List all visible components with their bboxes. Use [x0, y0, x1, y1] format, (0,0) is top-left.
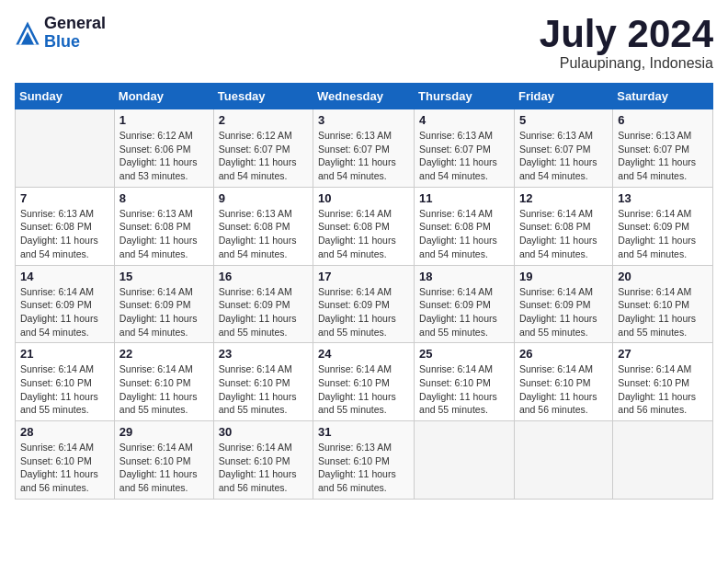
logo: General Blue	[15, 15, 106, 52]
header-row: SundayMondayTuesdayWednesdayThursdayFrid…	[16, 84, 713, 109]
header-day-saturday: Saturday	[613, 84, 713, 109]
calendar-cell: 23Sunrise: 6:14 AMSunset: 6:10 PMDayligh…	[213, 343, 313, 421]
day-number: 12	[519, 191, 608, 205]
day-number: 2	[219, 113, 308, 127]
calendar-cell: 10Sunrise: 6:14 AMSunset: 6:08 PMDayligh…	[313, 187, 415, 265]
cell-info: Sunrise: 6:14 AMSunset: 6:08 PMDaylight:…	[519, 207, 608, 261]
calendar-cell: 27Sunrise: 6:14 AMSunset: 6:10 PMDayligh…	[613, 343, 713, 421]
cell-info: Sunrise: 6:14 AMSunset: 6:10 PMDaylight:…	[618, 362, 708, 417]
day-number: 11	[419, 191, 509, 205]
cell-info: Sunrise: 6:13 AMSunset: 6:07 PMDaylight:…	[318, 129, 409, 183]
calendar-cell: 2Sunrise: 6:12 AMSunset: 6:07 PMDaylight…	[213, 109, 313, 188]
calendar-cell: 15Sunrise: 6:14 AMSunset: 6:09 PMDayligh…	[114, 265, 213, 343]
day-number: 1	[119, 113, 209, 127]
cell-info: Sunrise: 6:14 AMSunset: 6:09 PMDaylight:…	[20, 285, 109, 339]
day-number: 7	[20, 191, 109, 205]
day-number: 28	[20, 425, 109, 439]
day-number: 6	[618, 113, 708, 127]
day-number: 5	[519, 113, 608, 127]
calendar-cell: 24Sunrise: 6:14 AMSunset: 6:10 PMDayligh…	[313, 343, 415, 421]
day-number: 17	[318, 270, 409, 283]
day-number: 4	[419, 113, 509, 127]
calendar-cell	[514, 421, 612, 500]
calendar-cell: 14Sunrise: 6:14 AMSunset: 6:09 PMDayligh…	[16, 265, 115, 343]
logo-blue: Blue	[44, 33, 106, 52]
day-number: 22	[119, 347, 209, 361]
day-number: 13	[618, 191, 708, 205]
cell-info: Sunrise: 6:12 AMSunset: 6:06 PMDaylight:…	[119, 129, 209, 183]
day-number: 31	[318, 425, 409, 439]
day-number: 26	[519, 347, 608, 361]
calendar-cell: 4Sunrise: 6:13 AMSunset: 6:07 PMDaylight…	[415, 109, 515, 188]
logo-general: General	[44, 15, 106, 33]
week-row-2: 7Sunrise: 6:13 AMSunset: 6:08 PMDaylight…	[16, 187, 713, 265]
calendar-cell	[16, 109, 115, 188]
calendar-cell: 28Sunrise: 6:14 AMSunset: 6:10 PMDayligh…	[16, 421, 115, 500]
calendar-cell: 31Sunrise: 6:13 AMSunset: 6:10 PMDayligh…	[313, 421, 415, 500]
cell-info: Sunrise: 6:14 AMSunset: 6:09 PMDaylight:…	[419, 285, 509, 339]
month-title: July 2024	[540, 15, 713, 53]
cell-info: Sunrise: 6:12 AMSunset: 6:07 PMDaylight:…	[219, 129, 308, 183]
cell-info: Sunrise: 6:13 AMSunset: 6:07 PMDaylight:…	[618, 129, 708, 183]
day-number: 15	[119, 270, 209, 283]
day-number: 9	[219, 191, 308, 205]
calendar-cell: 18Sunrise: 6:14 AMSunset: 6:09 PMDayligh…	[415, 265, 515, 343]
page-header: General Blue July 2024 Pulaupinang, Indo…	[15, 15, 713, 72]
logo-icon	[15, 20, 40, 46]
day-number: 21	[20, 347, 109, 361]
cell-info: Sunrise: 6:14 AMSunset: 6:08 PMDaylight:…	[318, 207, 409, 261]
calendar-cell: 1Sunrise: 6:12 AMSunset: 6:06 PMDaylight…	[114, 109, 213, 188]
calendar-cell: 13Sunrise: 6:14 AMSunset: 6:09 PMDayligh…	[613, 187, 713, 265]
title-block: July 2024 Pulaupinang, Indonesia	[540, 15, 713, 72]
cell-info: Sunrise: 6:14 AMSunset: 6:10 PMDaylight:…	[119, 441, 209, 495]
cell-info: Sunrise: 6:14 AMSunset: 6:09 PMDaylight:…	[618, 207, 708, 261]
header-day-wednesday: Wednesday	[313, 84, 415, 109]
week-row-4: 21Sunrise: 6:14 AMSunset: 6:10 PMDayligh…	[16, 343, 713, 421]
calendar-cell: 22Sunrise: 6:14 AMSunset: 6:10 PMDayligh…	[114, 343, 213, 421]
calendar-cell: 12Sunrise: 6:14 AMSunset: 6:08 PMDayligh…	[514, 187, 612, 265]
cell-info: Sunrise: 6:14 AMSunset: 6:08 PMDaylight:…	[419, 207, 509, 261]
day-number: 8	[119, 191, 209, 205]
header-day-tuesday: Tuesday	[213, 84, 313, 109]
calendar-cell: 9Sunrise: 6:13 AMSunset: 6:08 PMDaylight…	[213, 187, 313, 265]
cell-info: Sunrise: 6:14 AMSunset: 6:10 PMDaylight:…	[219, 441, 308, 495]
cell-info: Sunrise: 6:14 AMSunset: 6:10 PMDaylight:…	[20, 362, 109, 417]
calendar-cell: 11Sunrise: 6:14 AMSunset: 6:08 PMDayligh…	[415, 187, 515, 265]
day-number: 23	[219, 347, 308, 361]
calendar-cell: 17Sunrise: 6:14 AMSunset: 6:09 PMDayligh…	[313, 265, 415, 343]
calendar-cell: 25Sunrise: 6:14 AMSunset: 6:10 PMDayligh…	[415, 343, 515, 421]
calendar-cell: 16Sunrise: 6:14 AMSunset: 6:09 PMDayligh…	[213, 265, 313, 343]
calendar-cell: 7Sunrise: 6:13 AMSunset: 6:08 PMDaylight…	[16, 187, 115, 265]
calendar-cell: 8Sunrise: 6:13 AMSunset: 6:08 PMDaylight…	[114, 187, 213, 265]
cell-info: Sunrise: 6:13 AMSunset: 6:08 PMDaylight:…	[119, 207, 209, 261]
day-number: 25	[419, 347, 509, 361]
cell-info: Sunrise: 6:13 AMSunset: 6:07 PMDaylight:…	[519, 129, 608, 183]
cell-info: Sunrise: 6:14 AMSunset: 6:09 PMDaylight:…	[219, 285, 308, 339]
day-number: 27	[618, 347, 708, 361]
header-day-thursday: Thursday	[415, 84, 515, 109]
calendar-cell: 21Sunrise: 6:14 AMSunset: 6:10 PMDayligh…	[16, 343, 115, 421]
calendar-cell: 20Sunrise: 6:14 AMSunset: 6:10 PMDayligh…	[613, 265, 713, 343]
calendar-cell: 6Sunrise: 6:13 AMSunset: 6:07 PMDaylight…	[613, 109, 713, 188]
cell-info: Sunrise: 6:14 AMSunset: 6:10 PMDaylight:…	[119, 362, 209, 417]
cell-info: Sunrise: 6:14 AMSunset: 6:09 PMDaylight:…	[119, 285, 209, 339]
calendar-cell: 19Sunrise: 6:14 AMSunset: 6:09 PMDayligh…	[514, 265, 612, 343]
calendar-cell: 3Sunrise: 6:13 AMSunset: 6:07 PMDaylight…	[313, 109, 415, 188]
week-row-1: 1Sunrise: 6:12 AMSunset: 6:06 PMDaylight…	[16, 109, 713, 188]
logo-text: General Blue	[44, 15, 106, 52]
cell-info: Sunrise: 6:14 AMSunset: 6:10 PMDaylight:…	[519, 362, 608, 417]
calendar-cell: 26Sunrise: 6:14 AMSunset: 6:10 PMDayligh…	[514, 343, 612, 421]
cell-info: Sunrise: 6:13 AMSunset: 6:08 PMDaylight:…	[219, 207, 308, 261]
day-number: 30	[219, 425, 308, 439]
cell-info: Sunrise: 6:13 AMSunset: 6:07 PMDaylight:…	[419, 129, 509, 183]
header-day-monday: Monday	[114, 84, 213, 109]
week-row-3: 14Sunrise: 6:14 AMSunset: 6:09 PMDayligh…	[16, 265, 713, 343]
header-day-sunday: Sunday	[16, 84, 115, 109]
header-day-friday: Friday	[514, 84, 612, 109]
calendar-cell: 30Sunrise: 6:14 AMSunset: 6:10 PMDayligh…	[213, 421, 313, 500]
cell-info: Sunrise: 6:14 AMSunset: 6:10 PMDaylight:…	[419, 362, 509, 417]
calendar-cell	[613, 421, 713, 500]
day-number: 10	[318, 191, 409, 205]
calendar-cell	[415, 421, 515, 500]
calendar-table: SundayMondayTuesdayWednesdayThursdayFrid…	[15, 83, 713, 500]
